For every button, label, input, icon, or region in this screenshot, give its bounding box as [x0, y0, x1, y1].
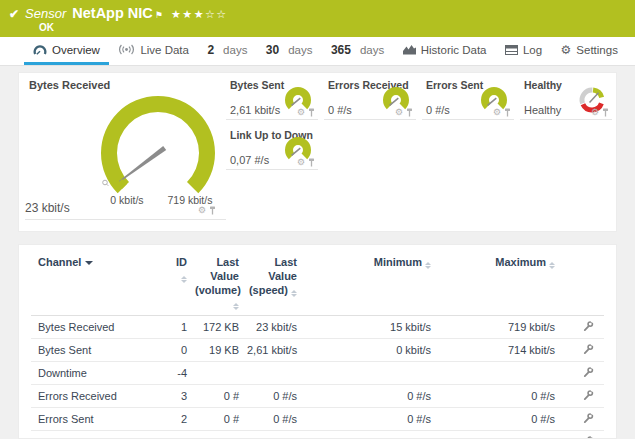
pin-icon[interactable]: [308, 108, 315, 117]
pin-icon[interactable]: [602, 108, 609, 117]
tab-log[interactable]: Log: [496, 37, 551, 65]
channel-settings-wrench-icon[interactable]: [583, 344, 594, 355]
priority-flag-icon[interactable]: ⚑: [155, 10, 163, 20]
gauge-scale-max: 719 kbit/s: [157, 194, 223, 206]
tab-overview[interactable]: Overview: [24, 37, 109, 65]
table-row: Bytes Received 1 172 KB 23 kbit/s 15 kbi…: [31, 316, 604, 339]
pin-icon[interactable]: [308, 158, 315, 167]
channel-minimum: [305, 362, 439, 385]
sensor-status-text: OK: [39, 22, 635, 33]
channel-name[interactable]: Bytes Sent: [31, 339, 169, 362]
gauge-title: Healthy: [524, 79, 562, 91]
col-header-id[interactable]: ID: [169, 250, 195, 316]
col-label: Maximum: [495, 256, 546, 268]
channel-id: 2: [169, 408, 195, 431]
gauge-icon: [33, 43, 47, 56]
bytes-received-gauge: [98, 93, 218, 203]
channel-maximum: 719 kbit/s: [439, 316, 563, 339]
gauge-settings-gear-icon[interactable]: ⚙: [297, 158, 305, 167]
channel-name[interactable]: Errors Received: [31, 385, 169, 408]
channel-last-value-volume: 19 KB: [195, 339, 247, 362]
sort-desc-icon: [85, 261, 93, 265]
gauge-settings-gear-icon[interactable]: ⚙: [493, 108, 501, 117]
gauge-cell-errors-received: Errors Received 0 #/s ⚙: [324, 73, 416, 120]
stars-filled[interactable]: ★★★: [171, 8, 205, 20]
tab-number: 30: [266, 43, 279, 57]
channel-last-value-volume: Healthy: [195, 431, 247, 439]
sort-icon: [425, 262, 431, 269]
channel-minimum: Healthy: [305, 431, 439, 439]
tab-label: Live Data: [140, 44, 189, 56]
channel-last-value-speed: [247, 431, 305, 439]
pin-icon[interactable]: [504, 108, 511, 117]
channel-minimum: 0 #/s: [305, 385, 439, 408]
gauge-cell-bytes-sent: Bytes Sent 2,61 kbit/s ⚙: [226, 73, 318, 120]
channel-settings-wrench-icon[interactable]: [583, 321, 594, 332]
channel-minimum: 0 kbit/s: [305, 339, 439, 362]
pin-icon[interactable]: [209, 206, 216, 215]
tab-historic-data[interactable]: Historic Data: [394, 37, 496, 65]
gauge-current-value: 23 kbit/s: [25, 201, 70, 215]
gauge-current-value: 0 #/s: [426, 104, 450, 116]
gauge-current-value: 0 #/s: [328, 104, 352, 116]
channel-id: -4: [169, 362, 195, 385]
channel-name[interactable]: Errors Sent: [31, 408, 169, 431]
stars-empty[interactable]: ☆☆: [205, 8, 228, 20]
col-header-last-value-volume[interactable]: Last Value (volume): [195, 250, 247, 316]
col-header-maximum[interactable]: Maximum: [439, 250, 563, 316]
col-label: Minimum: [374, 256, 422, 268]
channel-name[interactable]: Healthy: [31, 431, 169, 439]
tab-live-data[interactable]: Live Data: [109, 37, 198, 65]
channel-settings-wrench-icon[interactable]: [583, 367, 594, 378]
gauge-settings-gear-icon[interactable]: ⚙: [591, 108, 599, 117]
gauge-settings-gear-icon[interactable]: ⚙: [395, 108, 403, 117]
channel-settings-wrench-icon[interactable]: [583, 436, 594, 439]
tab-label: Historic Data: [421, 44, 487, 56]
col-label: Channel: [38, 256, 81, 268]
gauge-needle: [590, 93, 599, 103]
channel-last-value-speed: 2,61 kbit/s: [247, 339, 305, 362]
channel-settings-wrench-icon[interactable]: [583, 413, 594, 424]
live-signal-icon: [118, 44, 135, 55]
col-header-actions: [563, 250, 604, 316]
pin-icon[interactable]: [406, 108, 413, 117]
col-header-last-value-speed[interactable]: Last Value (speed): [247, 250, 305, 316]
channel-last-value-speed: 23 kbit/s: [247, 316, 305, 339]
channel-last-value-speed: 0 #/s: [247, 408, 305, 431]
channel-maximum: 714 kbit/s: [439, 339, 563, 362]
col-header-channel[interactable]: Channel: [31, 250, 169, 316]
gauge-title: Errors Sent: [426, 79, 483, 91]
gauge-settings-gear-icon[interactable]: ⚙: [198, 206, 206, 215]
channel-name[interactable]: Downtime: [31, 362, 169, 385]
channel-maximum: [439, 362, 563, 385]
tab-bar: Overview Live Data 2 days 30 days 365 da…: [0, 37, 635, 66]
channel-minimum: 0 #/s: [305, 408, 439, 431]
tab-label: Log: [523, 44, 542, 56]
gauge-cell-link-up-to-down: Link Up to Down 0,07 #/s ⚙: [226, 123, 318, 170]
col-sublabel: (speed): [249, 284, 288, 296]
channel-maximum: Healthy: [439, 431, 563, 439]
favorite-rating[interactable]: ★★★☆☆: [171, 8, 228, 21]
tab-settings[interactable]: ⚙ Settings: [552, 37, 627, 65]
gauge-settings-gear-icon[interactable]: ⚙: [297, 108, 305, 117]
channel-id: 0: [169, 339, 195, 362]
channel-name[interactable]: Bytes Received: [31, 316, 169, 339]
table-row: Healthy 5 Healthy Healthy Healthy: [31, 431, 604, 439]
tab-unit: days: [288, 44, 312, 56]
gauge-current-value: Healthy: [524, 104, 561, 116]
tab-365-days[interactable]: 365 days: [322, 37, 393, 65]
channel-settings-wrench-icon[interactable]: [583, 390, 594, 401]
tab-number: 365: [331, 43, 351, 57]
col-label: Last Value: [210, 256, 239, 282]
tab-number: 2: [207, 43, 214, 57]
channel-last-value-speed: 0 #/s: [247, 385, 305, 408]
col-header-minimum[interactable]: Minimum: [305, 250, 439, 316]
zoom-icon: [103, 180, 109, 186]
tab-2-days[interactable]: 2 days: [198, 37, 256, 65]
gauge-title: Bytes Received: [29, 79, 110, 91]
tab-unit: days: [360, 44, 384, 56]
gauge-cell-healthy: Healthy Healthy ⚙: [520, 73, 612, 120]
log-table-icon: [505, 45, 518, 55]
tab-30-days[interactable]: 30 days: [257, 37, 322, 65]
sensor-status-bar: ✔ Sensor NetApp NIC ⚑ ★★★☆☆ OK: [0, 0, 635, 37]
